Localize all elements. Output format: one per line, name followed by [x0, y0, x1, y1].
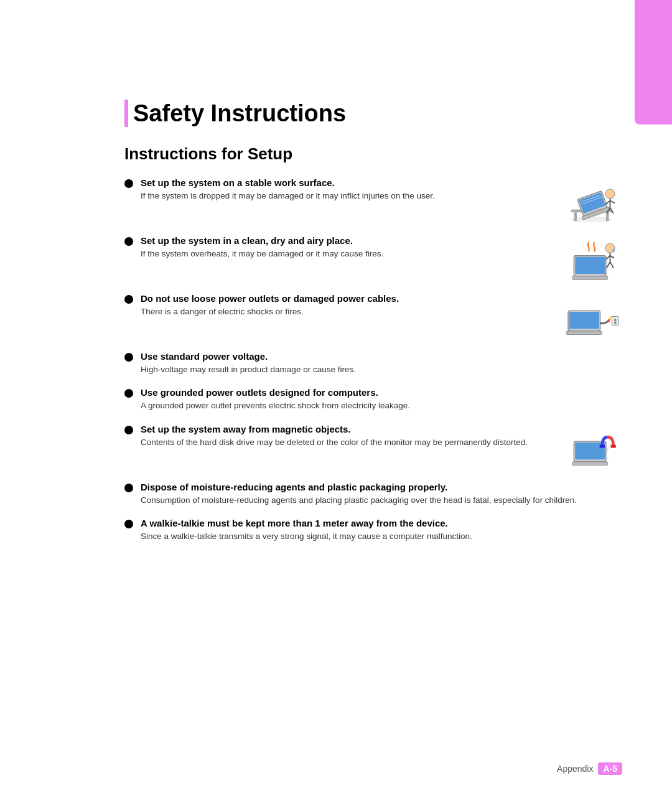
svg-line-24: [610, 262, 614, 268]
instruction-header: Dispose of moisture-reducing agents and …: [141, 482, 622, 492]
svg-rect-16: [575, 257, 605, 274]
page-tab-decoration: [635, 0, 672, 124]
instruction-body: Contents of the hard disk drive may be d…: [141, 436, 548, 449]
svg-point-29: [614, 319, 617, 322]
illustration-laptop-falling: [560, 177, 622, 224]
footer-page: A-5: [598, 762, 622, 775]
instruction-header: Set up the system in a clean, dry and ai…: [141, 235, 548, 246]
svg-rect-34: [610, 444, 615, 448]
bullet-icon: [124, 389, 133, 398]
instruction-header: A walkie-talkie must be kept more than 1…: [141, 518, 622, 528]
instruction-text: Dispose of moisture-reducing agents and …: [141, 482, 622, 507]
instruction-text: Use grounded power outlets designed for …: [141, 387, 622, 412]
instruction-item-stable-surface: Set up the system on a stable work surfa…: [124, 177, 622, 224]
instruction-item-moisture: Dispose of moisture-reducing agents and …: [124, 482, 622, 507]
svg-rect-3: [605, 212, 609, 221]
instruction-item-power-outlets: Do not use loose power outlets or damage…: [124, 293, 622, 340]
instruction-header: Set up the system on a stable work surfa…: [141, 177, 548, 188]
instruction-text: Set up the system away from magnetic obj…: [141, 424, 548, 449]
section-title: Instructions for Setup: [124, 144, 622, 164]
illustration-magnet: [560, 424, 622, 471]
instruction-body: If the system is dropped it may be damag…: [141, 190, 548, 202]
instruction-body: If the system overheats, it may be damag…: [141, 248, 548, 260]
svg-point-9: [605, 189, 615, 199]
instruction-text: Set up the system on a stable work surfa…: [141, 177, 548, 202]
svg-point-19: [612, 249, 615, 253]
instruction-header: Use grounded power outlets designed for …: [141, 387, 622, 398]
svg-rect-2: [574, 212, 577, 221]
bullet-icon: [124, 179, 133, 188]
svg-line-23: [606, 262, 610, 268]
bullet-icon: [124, 484, 133, 492]
instruction-item-magnetic: Set up the system away from magnetic obj…: [124, 424, 622, 471]
page-title: Safety Instructions: [124, 100, 622, 127]
footer-label: Appendix: [557, 764, 593, 774]
bullet-icon: [124, 520, 133, 528]
instruction-item-grounded: Use grounded power outlets designed for …: [124, 387, 622, 412]
svg-rect-26: [569, 312, 599, 329]
main-content: Safety Instructions Instructions for Set…: [124, 100, 622, 554]
instruction-text: Use standard power voltage. High-voltage…: [141, 351, 622, 376]
svg-line-12: [610, 201, 615, 204]
instruction-text: Do not use loose power outlets or damage…: [141, 293, 548, 318]
bullet-icon: [124, 353, 133, 362]
instruction-text: Set up the system in a clean, dry and ai…: [141, 235, 548, 260]
footer: Appendix A-5: [557, 762, 622, 775]
bullet-icon: [124, 295, 133, 304]
bullet-icon: [124, 237, 133, 246]
svg-rect-33: [572, 461, 607, 465]
svg-rect-35: [599, 444, 604, 448]
instruction-body: There is a danger of electric shocks or …: [141, 306, 548, 318]
instruction-header: Use standard power voltage.: [141, 351, 622, 362]
svg-line-22: [610, 256, 614, 258]
instruction-body: Consumption of moisture-reducing agents …: [141, 494, 622, 507]
svg-rect-17: [572, 276, 607, 280]
instructions-list: Set up the system on a stable work surfa…: [124, 177, 622, 543]
title-accent-bar: [124, 100, 128, 127]
instruction-item-clean-dry: Set up the system in a clean, dry and ai…: [124, 235, 622, 282]
instruction-text: A walkie-talkie must be kept more than 1…: [141, 518, 622, 543]
instruction-body: Since a walkie-talkie transmits a very s…: [141, 530, 622, 543]
instruction-item-walkie: A walkie-talkie must be kept more than 1…: [124, 518, 622, 543]
instruction-header: Set up the system away from magnetic obj…: [141, 424, 548, 434]
svg-point-0: [571, 217, 612, 222]
illustration-power-cable: [560, 293, 622, 340]
instruction-item-voltage: Use standard power voltage. High-voltage…: [124, 351, 622, 376]
svg-rect-27: [566, 331, 602, 335]
instruction-header: Do not use loose power outlets or damage…: [141, 293, 548, 304]
instruction-body: High-voltage may result in product damag…: [141, 363, 622, 376]
svg-point-30: [614, 321, 617, 324]
bullet-icon: [124, 426, 133, 434]
illustration-laptop-heat: [560, 235, 622, 282]
svg-line-21: [605, 256, 610, 260]
instruction-body: A grounded power outlet prevents electri…: [141, 400, 622, 412]
